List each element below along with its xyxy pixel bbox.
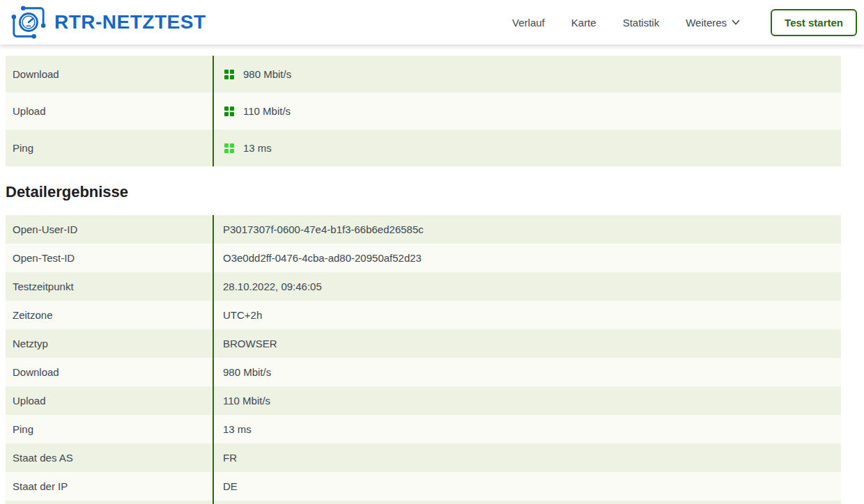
summary-row-value-cell: 980 Mbit/s: [214, 56, 841, 93]
detail-row-label: Zeitzone: [6, 301, 214, 329]
detail-row-value: 980 Mbit/s: [214, 358, 841, 386]
main-nav: Verlauf Karte Statistik Weiteres: [512, 17, 771, 29]
nav-item-statistik[interactable]: Statistik: [623, 17, 660, 29]
summary-row-value: 13 ms: [243, 142, 272, 154]
detail-row-value: UTC+2h: [214, 301, 841, 329]
summary-results-table: Download 980 Mbit/s Upload 110 Mbit/s Pi…: [6, 56, 841, 166]
detail-row-label: Testzeitpunkt: [6, 272, 214, 301]
brand-rest: -NETZTEST: [95, 11, 206, 33]
nav-item-weiteres[interactable]: Weiteres: [686, 17, 740, 29]
detail-row-label: Download: [6, 358, 214, 386]
detail-row: Open-Test-ID O3e0dd2ff-0476-4cba-ad80-20…: [6, 244, 841, 272]
summary-row-value: 980 Mbit/s: [243, 68, 291, 80]
detail-row-value: O3e0dd2ff-0476-4cba-ad80-20950af52d23: [214, 244, 841, 272]
detail-row: Staat des AS FR: [6, 443, 841, 472]
summary-row-label: Download: [6, 56, 214, 93]
detail-row-value: 110 Mbit/s: [214, 386, 841, 415]
summary-row-value-cell: 110 Mbit/s: [214, 93, 841, 129]
detail-row: Open-User-ID P3017307f-0600-47e4-b1f3-66…: [6, 215, 841, 244]
nav-item-karte[interactable]: Karte: [571, 17, 596, 29]
detail-row: Testzeitpunkt 28.10.2022, 09:46:05: [6, 272, 841, 301]
nav-item-label: Verlauf: [512, 17, 545, 29]
nav-item-label: Weiteres: [686, 17, 727, 29]
summary-row-label: Upload: [6, 93, 214, 129]
brand-bold: RTR: [54, 11, 95, 33]
results-main: Download 980 Mbit/s Upload 110 Mbit/s Pi…: [0, 56, 864, 504]
detail-row-value: DE: [214, 472, 841, 501]
nav-item-verlauf[interactable]: Verlauf: [512, 17, 545, 29]
detail-row-value: 13 ms: [214, 415, 841, 443]
detail-row-label: Open-Test-ID: [6, 244, 214, 272]
detail-row-label: Open-User-ID: [6, 215, 214, 244]
rating-squares-icon: [224, 70, 234, 79]
details-heading: Detailergebnisse: [6, 183, 864, 201]
detail-row-value: P3017307f-0600-47e4-b1f3-66b6ed26585c: [214, 215, 841, 244]
summary-row: Ping 13 ms: [6, 129, 841, 166]
detail-row-value: FR: [214, 443, 841, 472]
summary-row-value-cell: 13 ms: [214, 129, 841, 166]
summary-row-label: Ping: [6, 129, 214, 166]
detail-row: Download 980 Mbit/s: [6, 358, 841, 386]
detail-row: Upload 110 Mbit/s: [6, 386, 841, 415]
detail-row-label: Netztyp: [6, 329, 214, 358]
detail-row: Netztyp BROWSER: [6, 329, 841, 358]
detail-row-label: Upload: [6, 386, 214, 415]
nav-item-label: Statistik: [623, 17, 660, 29]
site-header: RTR-NETZTEST Verlauf Karte Statistik Wei…: [0, 0, 864, 45]
detail-row-value: [214, 501, 841, 504]
summary-row-value: 110 Mbit/s: [243, 105, 291, 117]
detail-row-value: 28.10.2022, 09:46:05: [214, 272, 841, 301]
brand-wordmark: RTR-NETZTEST: [54, 11, 206, 33]
summary-row: Download 980 Mbit/s: [6, 56, 841, 93]
detail-row-label: Staat des AS: [6, 443, 214, 472]
rating-squares-icon: [224, 143, 234, 153]
netztest-gauge-logo-icon: [10, 5, 47, 40]
nav-item-label: Karte: [571, 17, 596, 29]
rating-squares-icon: [224, 107, 234, 116]
detail-row-partial: [6, 501, 841, 504]
detail-row-label: Ping: [6, 415, 214, 443]
detail-row-value: BROWSER: [214, 329, 841, 358]
detail-results-table: Open-User-ID P3017307f-0600-47e4-b1f3-66…: [6, 215, 841, 504]
test-starten-button[interactable]: Test starten: [771, 9, 857, 36]
summary-row: Upload 110 Mbit/s: [6, 93, 841, 129]
detail-row-label: Staat der IP: [6, 472, 214, 501]
detail-row-label: [6, 501, 214, 504]
detail-row: Zeitzone UTC+2h: [6, 301, 841, 329]
detail-row: Ping 13 ms: [6, 415, 841, 443]
detail-row: Staat der IP DE: [6, 472, 841, 501]
chevron-down-icon: [732, 19, 740, 25]
home-logo-link[interactable]: RTR-NETZTEST: [10, 5, 206, 40]
